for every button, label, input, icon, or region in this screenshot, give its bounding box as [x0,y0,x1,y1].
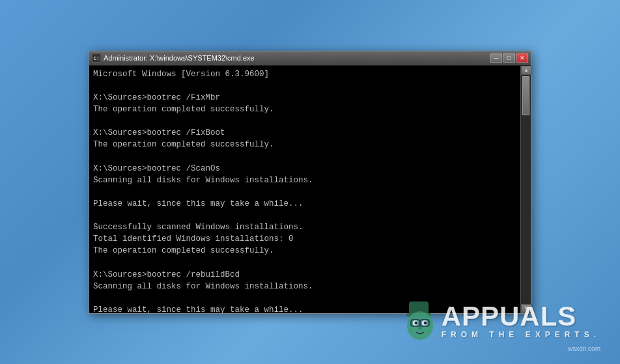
mascot-icon [402,298,438,344]
console-area: Microsoft Windows [Version 6.3.9600] X:\… [89,66,531,313]
brand-name: APPUALS [442,303,577,330]
cmd-icon: c: [92,53,101,63]
desktop: c: Administrator: X:\windows\SYSTEM32\cm… [0,0,620,364]
title-bar-buttons: ─ □ ✕ [490,53,528,63]
window-title: Administrator: X:\windows\SYSTEM32\cmd.e… [104,54,255,62]
title-bar: c: Administrator: X:\windows\SYSTEM32\cm… [89,51,531,66]
watermark: APPUALS FROM THE EXPERTS. wsxdn.com [402,298,600,352]
brand-tagline: FROM THE EXPERTS. [442,330,600,339]
cmd-window: c: Administrator: X:\windows\SYSTEM32\cm… [89,51,531,314]
scroll-track [521,75,531,304]
svg-point-6 [423,322,427,325]
title-bar-left: c: Administrator: X:\windows\SYSTEM32\cm… [92,53,255,63]
scroll-up-arrow[interactable]: ▲ [521,66,531,75]
maximize-button[interactable]: □ [503,53,515,63]
svg-point-5 [414,322,417,325]
close-button[interactable]: ✕ [516,53,528,63]
brand-site: wsxdn.com [402,345,600,352]
scrollbar[interactable]: ▲ ▼ [520,66,531,313]
console-output[interactable]: Microsoft Windows [Version 6.3.9600] X:\… [89,66,520,313]
svg-point-10 [418,327,422,329]
minimize-button[interactable]: ─ [490,53,502,63]
scroll-thumb[interactable] [522,76,529,115]
